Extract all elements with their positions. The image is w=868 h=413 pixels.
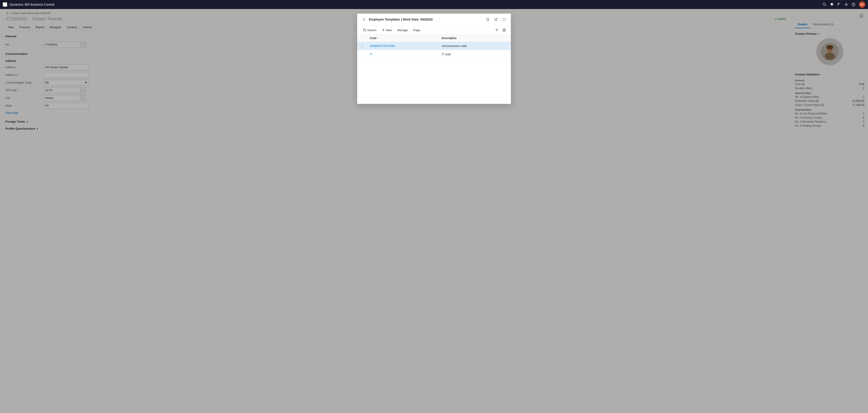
row-menu-cell: ⋮ xyxy=(357,42,367,50)
code-cell-administration[interactable]: ADMINISTRATION xyxy=(367,42,439,50)
settings-icon[interactable] xyxy=(844,3,848,6)
help-icon[interactable]: ? xyxy=(852,3,855,6)
modal-dialog: Employee Templates | Work Date: 5/6/2020 xyxy=(357,13,511,104)
app-title: Dynamics 365 Business Central xyxy=(9,3,820,6)
modal-title: Employee Templates | Work Date: 5/6/2020 xyxy=(369,18,483,21)
waffle-menu-button[interactable] xyxy=(3,2,7,7)
row-menu-button[interactable]: ⋮ xyxy=(360,43,364,48)
columns-icon xyxy=(502,28,506,32)
table-row[interactable]: ⋮ ADMINISTRATION Administration staff xyxy=(357,42,511,50)
row-menu-col xyxy=(357,35,367,42)
modal-toolbar-right xyxy=(494,27,507,33)
svg-rect-17 xyxy=(503,29,504,31)
back-arrow-icon xyxy=(362,18,366,21)
expand-icon2 xyxy=(502,18,506,21)
expand-button[interactable] xyxy=(501,16,507,23)
search-icon[interactable] xyxy=(823,3,827,6)
col-code[interactable]: Code ↑ xyxy=(367,35,439,42)
toolbar-manage-button[interactable]: Manage xyxy=(395,27,410,33)
filter-icon xyxy=(495,28,499,32)
modal-back-button[interactable] xyxy=(361,16,367,23)
new-label: New xyxy=(386,29,392,32)
description-cell-administration: Administration staff xyxy=(439,42,511,50)
open-new-tab-button[interactable] xyxy=(493,16,499,23)
description-cell-it: IT staff xyxy=(439,50,511,59)
manage-label: Manage xyxy=(397,29,408,32)
table-row[interactable]: ⋮ IT IT staff xyxy=(357,50,511,59)
search-label: Search xyxy=(367,29,376,32)
modal-table-area: Code ↑ Description ⋮ ADMINISTRATION Admi… xyxy=(357,35,511,104)
toolbar-page-button[interactable]: Page xyxy=(411,27,422,33)
row-menu-cell: ⋮ xyxy=(357,50,367,59)
col-description[interactable]: Description xyxy=(439,35,511,42)
svg-line-1 xyxy=(825,5,826,6)
svg-point-2 xyxy=(846,4,847,5)
table-header-row: Code ↑ Description xyxy=(357,35,511,42)
notification-icon[interactable] xyxy=(830,3,834,6)
search-icon2 xyxy=(363,29,366,32)
flag-icon[interactable] xyxy=(837,3,841,6)
svg-point-0 xyxy=(823,3,825,5)
bookmark-icon xyxy=(486,18,490,21)
top-bar-icons: ? RZ xyxy=(823,1,865,8)
svg-line-14 xyxy=(365,31,366,31)
modal-header: Employee Templates | Work Date: 5/6/2020 xyxy=(357,13,511,26)
filter-button[interactable] xyxy=(494,27,500,33)
main-area: Contact Card | Work Date: 5/6/2020 CT000… xyxy=(0,9,868,413)
modal-overlay[interactable]: Employee Templates | Work Date: 5/6/2020 xyxy=(0,9,868,413)
toolbar-new-button[interactable]: New xyxy=(379,27,394,33)
page-label: Page xyxy=(413,29,420,32)
column-chooser-button[interactable] xyxy=(501,27,507,33)
svg-point-13 xyxy=(363,29,365,31)
svg-text:?: ? xyxy=(853,3,854,6)
top-bar: Dynamics 365 Business Central ? RZ xyxy=(0,0,868,9)
employee-templates-table: Code ↑ Description ⋮ ADMINISTRATION Admi… xyxy=(357,35,511,59)
open-new-tab-icon xyxy=(494,18,498,21)
plus-icon xyxy=(382,29,385,32)
modal-header-icons xyxy=(485,16,507,23)
modal-toolbar: Search New Manage Page xyxy=(357,26,511,35)
code-cell-it[interactable]: IT xyxy=(367,50,439,59)
sort-icon: ↑ xyxy=(378,37,379,39)
toolbar-search-button[interactable]: Search xyxy=(361,27,379,33)
user-avatar[interactable]: RZ xyxy=(859,1,865,8)
bookmark-button[interactable] xyxy=(485,16,491,23)
svg-rect-18 xyxy=(504,29,505,31)
